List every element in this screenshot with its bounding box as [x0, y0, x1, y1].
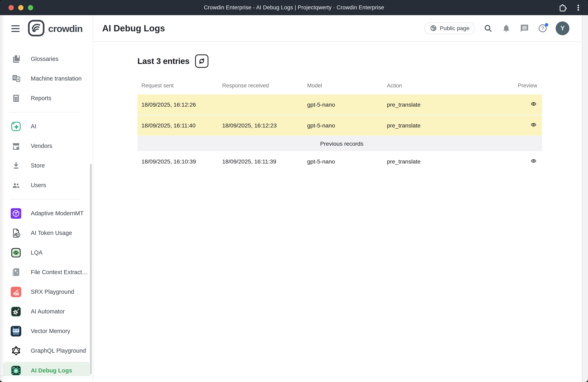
zoom-button[interactable] — [28, 5, 33, 10]
sidebar-item-users[interactable]: Users — [0, 175, 93, 195]
column-model: Model — [307, 77, 387, 94]
cell-request-sent: 18/09/2025, 16:12:26 — [137, 94, 222, 115]
cell-request-sent: 18/09/2025, 16:10:39 — [137, 151, 222, 172]
file-context-extractor-icon — [10, 266, 22, 278]
column-request-sent: Request sent — [137, 77, 222, 94]
reports-icon — [10, 92, 22, 104]
table-header-row: Request sent Response received Model Act… — [137, 77, 542, 94]
column-response-received: Response received — [222, 77, 307, 94]
crowdin-logo-icon — [27, 19, 45, 38]
vector-memory-icon — [10, 325, 22, 337]
srx-playground-icon — [10, 286, 22, 298]
cell-model: gpt-5-nano — [307, 115, 387, 136]
cell-request-sent: 18/09/2025, 16:11:40 — [137, 115, 222, 136]
cell-model: gpt-5-nano — [307, 94, 387, 115]
sidebar-item-ai-automator[interactable]: AI Automator — [0, 302, 93, 321]
previous-records-row: Previous records — [137, 136, 542, 151]
users-icon — [10, 179, 22, 191]
window-controls — [8, 0, 33, 15]
cell-action: pre_translate — [387, 115, 477, 136]
browser-window: Crowdin Enterprise - AI Debug Logs | Pro… — [0, 0, 588, 382]
minimize-button[interactable] — [18, 5, 23, 10]
cell-response-received: 18/09/2025, 16:12:23 — [222, 115, 307, 136]
ai-automator-icon — [10, 306, 22, 318]
sidebar-footer — [0, 376, 93, 382]
cell-action: pre_translate — [387, 151, 477, 172]
store-icon — [10, 160, 22, 171]
ai-icon — [10, 121, 22, 132]
main-area: AI Debug Logs Public page — [93, 15, 588, 382]
table-row[interactable]: 18/09/2025, 16:12:26 gpt-5-nano pre_tran… — [137, 94, 542, 115]
crowdin-wordmark: crowdin — [48, 23, 83, 34]
previous-records-button[interactable]: Previous records — [319, 140, 365, 147]
svg-text:G: G — [13, 75, 16, 80]
sidebar-item-machine-translation[interactable]: G Machine translation — [0, 69, 93, 88]
svg-text:?: ? — [541, 25, 544, 31]
adaptive-modernmt-icon — [10, 208, 22, 219]
sidebar-item-vector-memory[interactable]: Vector Memory — [0, 321, 93, 341]
section-heading: Last 3 entries — [137, 56, 189, 66]
browser-titlebar: Crowdin Enterprise - AI Debug Logs | Pro… — [0, 0, 588, 15]
help-notification-dot — [545, 23, 548, 26]
ai-debug-logs-icon — [10, 365, 22, 376]
sidebar-scrollbar[interactable] — [90, 164, 92, 374]
column-action: Action — [387, 77, 477, 94]
browser-tab-title: Crowdin Enterprise - AI Debug Logs | Pro… — [0, 4, 588, 11]
sidebar-item-vendors[interactable]: Vendors — [0, 136, 93, 156]
public-page-label: Public page — [440, 25, 469, 32]
preview-eye-icon[interactable] — [530, 158, 537, 164]
sidebar-item-store[interactable]: Store — [0, 156, 93, 175]
graphql-playground-icon — [10, 345, 22, 357]
header-actions: Public page — [424, 21, 569, 35]
vendors-icon — [10, 140, 22, 152]
hamburger-menu-button[interactable] — [11, 25, 20, 32]
avatar[interactable]: Y — [556, 21, 569, 35]
ai-token-usage-icon — [10, 227, 22, 239]
debug-logs-table: Request sent Response received Model Act… — [137, 77, 542, 172]
sidebar-divider — [10, 112, 80, 112]
close-button[interactable] — [8, 5, 14, 10]
cell-model: gpt-5-nano — [307, 151, 387, 172]
sidebar-item-adaptive-modernmt[interactable]: Adaptive ModernMT — [0, 204, 93, 223]
browser-menu-icon[interactable] — [574, 4, 582, 12]
sidebar-item-graphql-playground[interactable]: GraphQL Playground — [0, 341, 93, 361]
cell-action: pre_translate — [387, 94, 477, 115]
cell-response-received: 18/09/2025, 16:11:39 — [222, 151, 307, 172]
table-row[interactable]: 18/09/2025, 16:10:39 18/09/2025, 16:11:3… — [137, 151, 542, 172]
sidebar-divider — [10, 199, 80, 199]
page-scrollbar[interactable] — [582, 15, 588, 382]
crowdin-logo[interactable]: crowdin — [27, 19, 83, 38]
globe-icon — [430, 24, 437, 32]
sidebar-item-srx-playground[interactable]: SRX Playground — [0, 282, 93, 302]
help-icon[interactable]: ? — [537, 23, 548, 34]
page-title: AI Debug Logs — [102, 23, 165, 33]
preview-eye-icon[interactable] — [530, 122, 537, 128]
column-preview: Preview — [477, 77, 542, 94]
table-row[interactable]: 18/09/2025, 16:11:40 18/09/2025, 16:12:2… — [137, 115, 542, 136]
lqa-icon — [10, 247, 22, 258]
refresh-button[interactable] — [195, 54, 209, 68]
public-page-button[interactable]: Public page — [424, 22, 475, 34]
sidebar: crowdin Glossaries — [0, 15, 93, 382]
cell-response-received — [222, 94, 307, 115]
machine-translation-icon: G — [10, 73, 22, 85]
preview-eye-icon[interactable] — [530, 101, 537, 107]
sidebar-item-reports[interactable]: Reports — [0, 88, 93, 108]
sidebar-item-file-context-extractor[interactable]: File Context Extract… — [0, 262, 93, 282]
sidebar-item-ai[interactable]: AI — [0, 117, 93, 136]
extensions-icon[interactable] — [558, 3, 567, 12]
sidebar-item-ai-token-usage[interactable]: AI Token Usage — [0, 223, 93, 243]
sidebar-item-glossaries[interactable]: Glossaries — [0, 49, 93, 69]
messages-icon[interactable] — [519, 23, 530, 34]
sidebar-header: crowdin — [0, 15, 93, 42]
glossaries-icon — [10, 53, 22, 65]
page-header: AI Debug Logs Public page — [93, 15, 588, 42]
content: Last 3 entries — [93, 42, 588, 172]
sidebar-nav: Glossaries G Machine translation — [0, 42, 93, 379]
sidebar-item-lqa[interactable]: LQA — [0, 243, 93, 262]
notifications-bell-icon[interactable] — [501, 23, 511, 34]
search-icon[interactable] — [483, 23, 493, 34]
